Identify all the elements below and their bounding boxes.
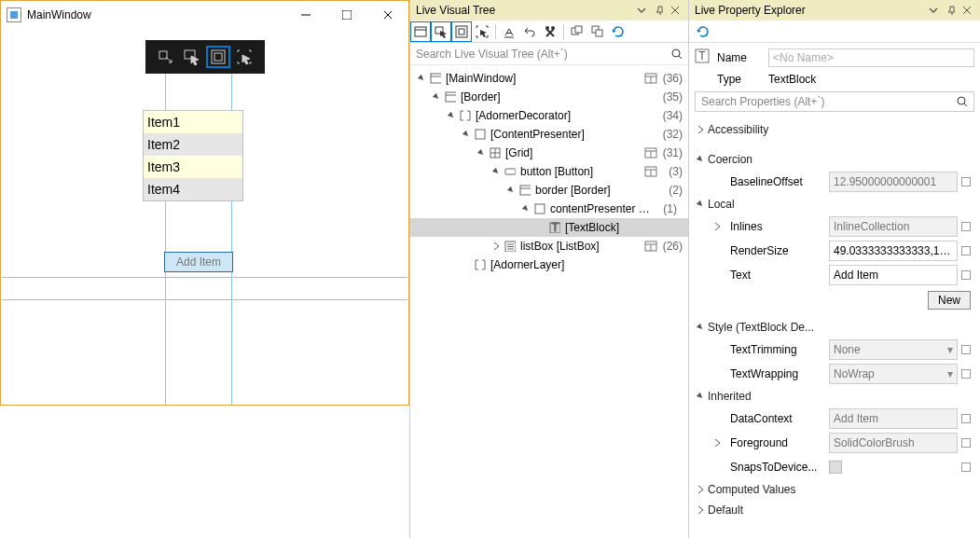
view-source-icon[interactable]: [643, 146, 658, 159]
inlines-value[interactable]: InlineCollection: [829, 216, 958, 237]
tree-node[interactable]: [AdornerDecorator](34): [410, 106, 688, 125]
list-item[interactable]: Item1: [144, 111, 242, 133]
foreground-value[interactable]: SolidColorBrush: [829, 433, 958, 453]
name-label: Name: [717, 51, 768, 64]
view-source-icon[interactable]: [643, 72, 658, 85]
datacontext-value[interactable]: Add Item: [829, 408, 958, 429]
panel-header[interactable]: Live Property Explorer: [689, 0, 980, 21]
list-item[interactable]: Item4: [144, 178, 242, 200]
collapse-all-icon[interactable]: [567, 21, 587, 42]
expander-icon[interactable]: [535, 222, 546, 233]
group-computed[interactable]: Computed Values: [693, 479, 976, 500]
tree-label: [MainWindow]: [446, 72, 640, 85]
pin-icon[interactable]: [651, 3, 666, 18]
expander-icon[interactable]: [416, 73, 427, 84]
app-icon: [7, 7, 21, 22]
preview-selection-icon[interactable]: [499, 21, 519, 42]
listbox[interactable]: Item1 Item2 Item3 Item4: [143, 110, 243, 201]
track-focus-icon[interactable]: [472, 21, 492, 42]
select-in-app-icon[interactable]: [431, 21, 451, 42]
settings-icon[interactable]: [540, 21, 560, 42]
tree-label: button [Button]: [520, 165, 640, 178]
property-marker[interactable]: [961, 177, 971, 186]
baseline-offset-value[interactable]: 12.95000000000001: [829, 172, 958, 192]
select-element-icon[interactable]: [179, 45, 205, 69]
goto-live-tree-icon[interactable]: [153, 45, 179, 69]
in-app-toolbar-icon[interactable]: [410, 21, 431, 42]
texttrimming-value[interactable]: None▾: [829, 339, 958, 360]
lvt-search[interactable]: Search Live Visual Tree (Alt+`): [410, 43, 688, 65]
view-source-icon[interactable]: [643, 240, 658, 253]
expander-icon[interactable]: [505, 185, 517, 196]
property-list[interactable]: Accessibility Coercion BaselineOffset12.…: [689, 117, 980, 538]
display-layout-icon[interactable]: [451, 21, 472, 42]
expander-icon[interactable]: [490, 241, 502, 252]
name-field[interactable]: <No Name>: [768, 48, 974, 67]
expand-all-icon[interactable]: [587, 21, 608, 42]
list-item[interactable]: Item3: [144, 156, 242, 178]
property-marker[interactable]: [961, 462, 971, 472]
expander-icon[interactable]: [446, 110, 457, 121]
expander-icon[interactable]: [476, 147, 487, 159]
group-local[interactable]: Local: [693, 194, 976, 214]
property-marker[interactable]: [961, 369, 971, 379]
group-coercion[interactable]: Coercion: [693, 149, 976, 170]
title-bar[interactable]: MainWindow: [1, 1, 408, 29]
visual-tree[interactable]: [MainWindow](36)[Border](35)[AdornerDeco…: [410, 65, 688, 538]
property-marker[interactable]: [961, 222, 971, 231]
snaps-checkbox[interactable]: [829, 461, 842, 474]
property-search[interactable]: Search Properties (Alt+`): [695, 91, 974, 112]
text-value[interactable]: Add Item: [829, 265, 958, 285]
box-icon: [533, 202, 546, 215]
window-position-icon[interactable]: [634, 3, 649, 18]
expander-icon[interactable]: [490, 166, 502, 177]
panel-header[interactable]: Live Visual Tree: [410, 0, 688, 21]
child-count: (36): [658, 72, 683, 85]
window-position-icon[interactable]: [926, 3, 941, 18]
tree-node[interactable]: [Border](35): [410, 88, 688, 106]
property-marker[interactable]: [961, 246, 971, 255]
tree-node[interactable]: [MainWindow](36): [410, 69, 688, 88]
property-marker[interactable]: [961, 414, 971, 423]
list-item[interactable]: Item2: [144, 133, 242, 156]
tree-node[interactable]: border [Border](2): [410, 181, 688, 200]
child-count: (31): [658, 146, 683, 159]
textwrapping-value[interactable]: NoWrap▾: [829, 364, 958, 384]
pin-icon[interactable]: [943, 3, 958, 18]
close-button[interactable]: [367, 1, 408, 29]
expander-icon[interactable]: [461, 129, 472, 140]
refresh-icon[interactable]: [608, 21, 628, 42]
property-marker[interactable]: [961, 270, 971, 280]
maximize-button[interactable]: [326, 1, 367, 29]
rendersize-value[interactable]: 49.0333333333333,15.96: [829, 241, 958, 261]
property-marker[interactable]: [961, 438, 971, 448]
tree-node[interactable]: [ContentPresenter](32): [410, 125, 688, 144]
tree-label: contentPresenter [ContentPresenter]: [550, 202, 653, 215]
group-inherited[interactable]: Inherited: [693, 386, 976, 407]
expander-icon[interactable]: [520, 203, 531, 214]
minimize-button[interactable]: [285, 1, 326, 29]
track-focus-icon[interactable]: [231, 45, 257, 69]
undo-icon[interactable]: [519, 21, 540, 42]
tree-node[interactable]: [TextBlock]: [410, 218, 688, 237]
close-panel-icon[interactable]: [668, 3, 683, 18]
layout-adorners-icon[interactable]: [205, 45, 231, 69]
tree-node[interactable]: [Grid](31): [410, 144, 688, 162]
close-panel-icon[interactable]: [959, 3, 974, 18]
expander-icon[interactable]: [461, 259, 472, 270]
view-source-icon[interactable]: [643, 165, 658, 178]
child-count: (34): [658, 109, 683, 122]
refresh-icon[interactable]: [693, 21, 713, 42]
tree-node[interactable]: contentPresenter [ContentPresenter](1): [410, 200, 688, 218]
add-item-button[interactable]: Add Item: [164, 252, 233, 272]
group-default[interactable]: Default: [693, 500, 976, 520]
group-style[interactable]: Style (TextBlock De...: [693, 317, 976, 338]
tree-node[interactable]: button [Button](3): [410, 162, 688, 181]
new-button[interactable]: New: [928, 291, 971, 310]
lvt-toolbar: [410, 21, 688, 43]
tree-node[interactable]: listBox [ListBox](26): [410, 237, 688, 255]
group-accessibility[interactable]: Accessibility: [693, 119, 976, 140]
tree-node[interactable]: [AdornerLayer]: [410, 255, 688, 274]
expander-icon[interactable]: [431, 91, 442, 103]
property-marker[interactable]: [961, 345, 971, 354]
